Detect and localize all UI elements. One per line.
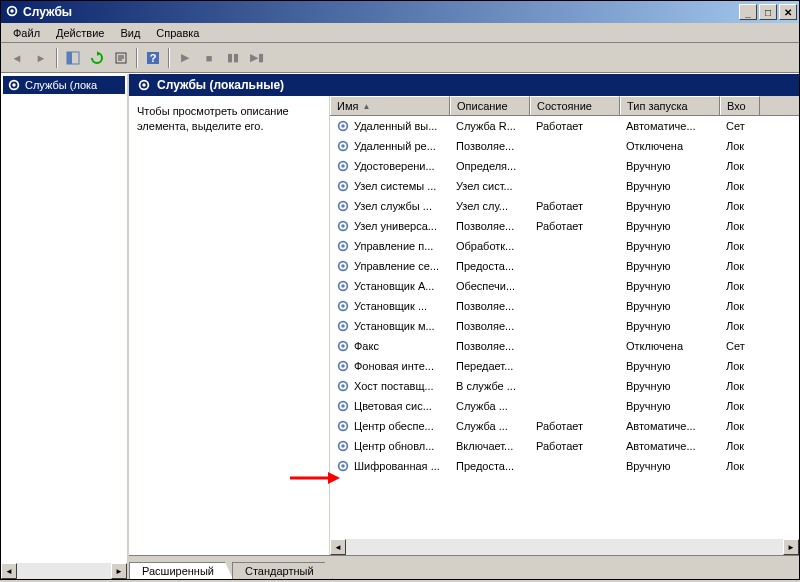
menu-view[interactable]: Вид [112, 25, 148, 41]
gear-icon [336, 439, 350, 453]
table-row[interactable]: Установщик ...Позволяе...ВручнуюЛок [330, 296, 799, 316]
close-button[interactable]: ✕ [779, 4, 797, 20]
svc-state: Работает [530, 200, 620, 212]
svg-text:?: ? [150, 52, 157, 64]
table-row[interactable]: Узел службы ...Узел слу...РаботаетВручну… [330, 196, 799, 216]
gear-icon [336, 219, 350, 233]
table-row[interactable]: Установщик A...Обеспечи...ВручнуюЛок [330, 276, 799, 296]
export-button[interactable] [110, 47, 132, 69]
list-header: Имя▲ Описание Состояние Тип запуска Вхо [330, 96, 799, 116]
scroll-left-icon[interactable]: ◄ [1, 563, 17, 579]
svg-point-26 [341, 264, 345, 268]
svc-name: Установщик ... [354, 300, 427, 312]
back-button: ◄ [6, 47, 28, 69]
forward-button: ► [30, 47, 52, 69]
svc-desc: Включает... [450, 440, 530, 452]
table-row[interactable]: Управление се...Предоста...ВручнуюЛок [330, 256, 799, 276]
table-row[interactable]: Фоновая инте...Передает...ВручнуюЛок [330, 356, 799, 376]
svg-point-24 [341, 244, 345, 248]
table-row[interactable]: Узел системы ...Узел сист...ВручнуюЛок [330, 176, 799, 196]
menu-action[interactable]: Действие [48, 25, 112, 41]
svc-startup: Вручную [620, 220, 720, 232]
svc-startup: Вручную [620, 460, 720, 472]
svc-name: Установщик м... [354, 320, 435, 332]
table-row[interactable]: Цветовая сис...Служба ...ВручнуюЛок [330, 396, 799, 416]
svc-state: Работает [530, 440, 620, 452]
maximize-button[interactable]: □ [759, 4, 777, 20]
col-state[interactable]: Состояние [530, 96, 620, 115]
svc-startup: Вручную [620, 380, 720, 392]
gear-icon [336, 459, 350, 473]
svg-point-34 [341, 344, 345, 348]
svg-point-30 [341, 304, 345, 308]
svc-startup: Отключена [620, 340, 720, 352]
svc-desc: Обеспечи... [450, 280, 530, 292]
menu-help[interactable]: Справка [148, 25, 207, 41]
table-row[interactable]: Хост поставщ...В службе ...ВручнуюЛок [330, 376, 799, 396]
svg-point-44 [341, 444, 345, 448]
svg-point-22 [341, 224, 345, 228]
description-text: Чтобы просмотреть описание элемента, выд… [137, 105, 289, 132]
gear-icon [336, 199, 350, 213]
table-row[interactable]: Удостоверени...Определя...ВручнуюЛок [330, 156, 799, 176]
table-row[interactable]: Узел универса...Позволяе...РаботаетВручн… [330, 216, 799, 236]
col-name[interactable]: Имя▲ [330, 96, 450, 115]
table-row[interactable]: Центр обеспе...Служба ...РаботаетАвтомат… [330, 416, 799, 436]
col-desc[interactable]: Описание [450, 96, 530, 115]
tab-standard[interactable]: Стандартный [232, 562, 333, 579]
titlebar[interactable]: Службы _ □ ✕ [1, 1, 799, 23]
svc-logon: Лок [720, 240, 760, 252]
svc-logon: Лок [720, 200, 760, 212]
tree-root-services[interactable]: Службы (лока [3, 76, 125, 94]
col-logon[interactable]: Вхо [720, 96, 760, 115]
svc-logon: Лок [720, 360, 760, 372]
table-row[interactable]: Удаленный ре...Позволяе...ОтключенаЛок [330, 136, 799, 156]
stop-icon: ■ [198, 47, 220, 69]
table-row[interactable]: Шифрованная ...Предоста...ВручнуюЛок [330, 456, 799, 476]
svc-desc: Позволяе... [450, 340, 530, 352]
table-row[interactable]: Установщик м...Позволяе...ВручнуюЛок [330, 316, 799, 336]
help-button[interactable]: ? [142, 47, 164, 69]
svc-logon: Лок [720, 320, 760, 332]
list-hscroll[interactable]: ◄ ► [330, 539, 799, 555]
menubar: Файл Действие Вид Справка [1, 23, 799, 43]
svc-name: Узел службы ... [354, 200, 432, 212]
col-startup[interactable]: Тип запуска [620, 96, 720, 115]
svc-logon: Лок [720, 440, 760, 452]
svg-point-20 [341, 204, 345, 208]
table-row[interactable]: Удаленный вы...Служба R...РаботаетАвтома… [330, 116, 799, 136]
svc-name: Удаленный вы... [354, 120, 437, 132]
minimize-button[interactable]: _ [739, 4, 757, 20]
gear-icon [336, 379, 350, 393]
gear-icon [336, 119, 350, 133]
scroll-left-icon[interactable]: ◄ [330, 539, 346, 555]
svc-name: Узел универса... [354, 220, 437, 232]
tree-hscroll[interactable]: ◄ ► [1, 563, 127, 579]
svc-startup: Автоматиче... [620, 120, 720, 132]
svc-name: Цветовая сис... [354, 400, 432, 412]
scroll-right-icon[interactable]: ► [783, 539, 799, 555]
refresh-button[interactable] [86, 47, 108, 69]
table-row[interactable]: Центр обновл...Включает...РаботаетАвтома… [330, 436, 799, 456]
svc-startup: Вручную [620, 400, 720, 412]
svc-logon: Лок [720, 160, 760, 172]
svg-point-12 [341, 124, 345, 128]
table-row[interactable]: Управление п...Обработк...ВручнуюЛок [330, 236, 799, 256]
menu-file[interactable]: Файл [5, 25, 48, 41]
svc-desc: Позволяе... [450, 320, 530, 332]
pane-header: Службы (локальные) [129, 74, 799, 96]
toolbar: ◄ ► ? ▶ ■ ▮▮ ▶▮ [1, 43, 799, 73]
show-hide-button[interactable] [62, 47, 84, 69]
gear-icon [336, 159, 350, 173]
tab-extended[interactable]: Расширенный [129, 562, 233, 579]
svc-name: Удостоверени... [354, 160, 435, 172]
svc-desc: Предоста... [450, 460, 530, 472]
svc-logon: Лок [720, 400, 760, 412]
svc-desc: Узел сист... [450, 180, 530, 192]
svc-name: Установщик A... [354, 280, 434, 292]
svc-name: Управление се... [354, 260, 439, 272]
pane-title: Службы (локальные) [157, 78, 284, 92]
table-row[interactable]: ФаксПозволяе...ОтключенаСет [330, 336, 799, 356]
scroll-right-icon[interactable]: ► [111, 563, 127, 579]
svc-logon: Лок [720, 420, 760, 432]
